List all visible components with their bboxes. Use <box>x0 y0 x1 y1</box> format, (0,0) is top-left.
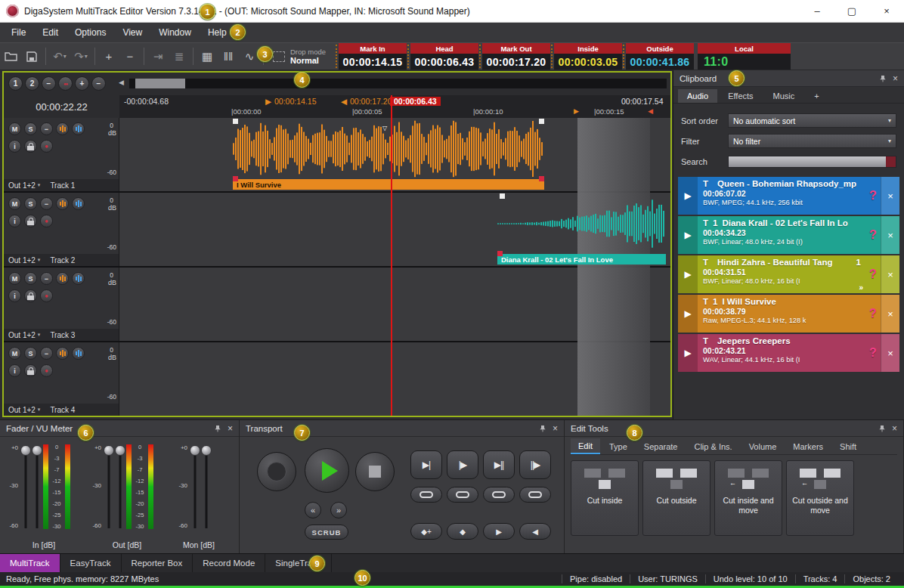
menu-edit[interactable]: Edit <box>34 23 67 42</box>
output-meter-icon[interactable] <box>72 272 85 285</box>
output-routing-dropdown[interactable]: Out 1+2▾ <box>8 331 40 339</box>
collapse-button[interactable]: − <box>40 122 53 135</box>
clip-handle[interactable] <box>539 119 544 124</box>
fader-bank-icon[interactable]: ‖‖ <box>219 47 237 67</box>
solo-button[interactable]: S <box>24 122 37 135</box>
play-clip-button[interactable]: ▶ <box>678 177 698 215</box>
tab-reporter-box[interactable]: Reporter Box <box>122 554 193 572</box>
remove-clip-button[interactable]: × <box>881 177 899 215</box>
play-clip-button[interactable]: ▶ <box>678 216 698 254</box>
menu-view[interactable]: View <box>114 23 150 42</box>
filter-dropdown[interactable]: No filter▾ <box>728 134 896 148</box>
close-panel-icon[interactable]: × <box>228 423 233 434</box>
cut-outside-and-move-button[interactable]: ← Cut outside and move <box>786 460 854 536</box>
fader-knob[interactable] <box>104 445 114 456</box>
search-input[interactable] <box>729 156 896 167</box>
tab-audio[interactable]: Audio <box>678 89 717 103</box>
cut-inside-button[interactable]: Cut inside <box>571 460 639 536</box>
play-button[interactable] <box>305 448 349 493</box>
record-arm-button[interactable]: ● <box>40 140 53 153</box>
waveform-view-icon[interactable]: ∿ <box>240 47 259 67</box>
help-icon[interactable]: ? <box>865 295 881 333</box>
help-icon[interactable]: ? <box>865 216 881 254</box>
tab-volume[interactable]: Volume <box>741 438 785 454</box>
clip-handle[interactable] <box>497 251 503 256</box>
insert-list-icon[interactable]: ≣ <box>170 47 188 67</box>
input-meter-icon[interactable] <box>56 122 69 135</box>
clipboard-item[interactable]: ▶ THindi Zahra - Beautiful Tang1 00:04:3… <box>678 255 899 293</box>
remove-clip-button[interactable]: × <box>881 216 899 254</box>
input-meter-icon[interactable] <box>56 347 69 360</box>
scrub-button[interactable]: SCRUB <box>305 525 348 540</box>
output-fader-left[interactable] <box>103 443 114 531</box>
playhead-cursor[interactable] <box>391 95 392 416</box>
track-height-2-button[interactable]: 2 <box>25 76 39 91</box>
input-fader-right[interactable] <box>31 443 42 531</box>
output-routing-dropdown[interactable]: Out 1+2▾ <box>8 256 40 265</box>
lock-button[interactable] <box>24 364 37 377</box>
solo-button[interactable]: S <box>24 272 37 285</box>
output-meter-icon[interactable] <box>72 347 85 360</box>
pin-icon[interactable] <box>878 425 886 432</box>
zoom-in-button[interactable]: + <box>75 76 89 91</box>
menu-window[interactable]: Window <box>150 23 200 42</box>
record-indicators-button[interactable]: ●● <box>58 76 73 91</box>
rewind-button[interactable]: « <box>305 502 321 518</box>
snap-icon[interactable]: ⇥ <box>149 47 167 67</box>
output-routing-dropdown[interactable]: Out 1+2▾ <box>8 181 40 190</box>
mixer-view-icon[interactable]: ▦ <box>198 47 216 67</box>
save-icon[interactable] <box>23 47 41 67</box>
add-marker-button[interactable]: ◆+ <box>410 523 442 540</box>
timeline-ruler[interactable]: -00:00:04.68 ▶ 00:00:14.15 ◀ 00:00:17.20… <box>119 95 670 118</box>
clip-handle[interactable] <box>539 176 544 181</box>
sort-order-dropdown[interactable]: No automatic sort▾ <box>728 113 896 128</box>
skip-to-start-button[interactable]: ||▶ <box>519 450 551 479</box>
audio-clip-diana-krall[interactable]: Diana Krall - 02 Let's Fall In Love <box>497 193 666 265</box>
clipboard-item[interactable]: ▶ T1Diana Krall - 02 Let's Fall In Lo 00… <box>678 216 899 254</box>
clipboard-item[interactable]: ▶ TJeepers Creepers 00:02:43.21 WAV, Lin… <box>678 334 899 372</box>
play-clip-button[interactable]: ▶ <box>678 255 698 293</box>
clipboard-item[interactable]: ▶ T1I Will Survive 00:00:38.79 Raw, MPEG… <box>678 295 899 333</box>
record-button[interactable] <box>257 452 296 491</box>
record-arm-button[interactable]: ● <box>40 215 53 227</box>
mute-button[interactable]: M <box>8 272 21 285</box>
remove-clip-button[interactable]: × <box>881 295 899 333</box>
cut-inside-and-move-button[interactable]: ← Cut inside and move <box>714 460 782 536</box>
tab-effects[interactable]: Effects <box>719 89 762 103</box>
track-2-lane[interactable]: Diana Krall - 02 Let's Fall In Love <box>119 193 670 266</box>
tab-record-mode[interactable]: Record Mode <box>193 554 265 572</box>
tab-edit[interactable]: Edit <box>571 438 600 454</box>
tab-easytrack[interactable]: EasyTrack <box>60 554 122 572</box>
info-button[interactable]: i <box>8 364 21 377</box>
audio-clip-i-will-survive[interactable]: I Will Survive ▽ <box>233 119 544 190</box>
clip-handle[interactable] <box>233 176 238 181</box>
minimize-button[interactable]: – <box>800 0 834 22</box>
tab-music[interactable]: Music <box>764 89 804 103</box>
open-icon[interactable] <box>2 47 20 67</box>
fader-knob[interactable] <box>201 445 212 456</box>
close-panel-icon[interactable]: × <box>892 423 897 434</box>
maximize-button[interactable]: ▢ <box>834 0 869 22</box>
play-clip-button[interactable]: ▶ <box>678 334 698 372</box>
collapse-button[interactable]: − <box>40 347 53 360</box>
menu-file[interactable]: File <box>3 23 34 42</box>
play-selection-button[interactable]: ▶ <box>483 523 515 540</box>
info-button[interactable]: i <box>8 215 21 227</box>
tab-clip-ins[interactable]: Clip & Ins. <box>686 438 739 454</box>
remove-button[interactable]: − <box>121 47 139 67</box>
loop-button[interactable] <box>483 487 515 503</box>
collapse-button[interactable]: − <box>40 197 53 210</box>
remove-clip-button[interactable]: × <box>881 334 899 372</box>
close-panel-icon[interactable]: × <box>553 423 558 434</box>
undo-button[interactable]: ↶▾ <box>51 47 69 67</box>
fader-knob[interactable] <box>190 445 200 456</box>
solo-button[interactable]: S <box>24 347 37 360</box>
play-from-mark-button[interactable]: |▶ <box>447 450 478 479</box>
pin-icon[interactable] <box>879 75 887 82</box>
loop-button[interactable] <box>410 487 442 503</box>
lock-button[interactable] <box>24 215 37 227</box>
play-clip-button[interactable]: ▶ <box>678 295 698 333</box>
timeline-scrollbar[interactable] <box>129 79 667 88</box>
skip-to-end-button[interactable]: ▶|| <box>483 450 515 479</box>
input-fader-left[interactable] <box>20 443 31 531</box>
